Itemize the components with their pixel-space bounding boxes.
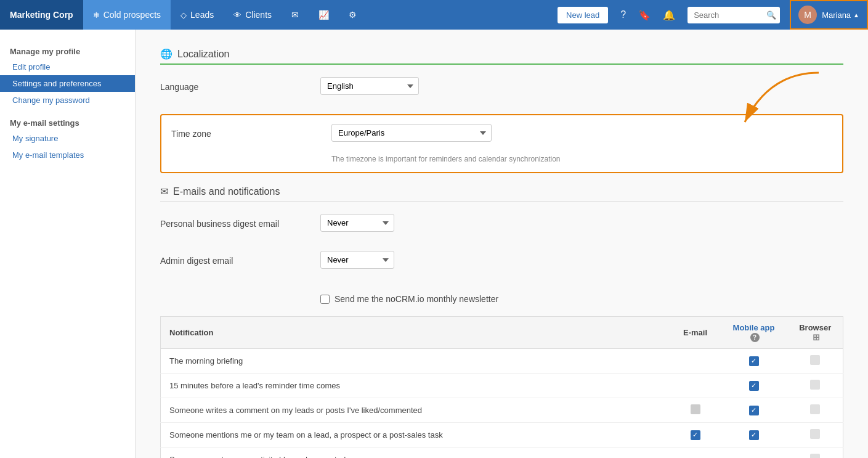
search-icon: 🔍	[766, 10, 776, 20]
notif-email: ✓	[671, 423, 720, 448]
nav-cold-prospects[interactable]: ❄ Cold prospects	[83, 0, 171, 30]
checkbox-checked[interactable]: ✓	[749, 406, 759, 415]
email-notifications-title: E-mails and notifications	[173, 186, 280, 197]
grid-icon: ⊞	[813, 332, 820, 342]
notif-email	[671, 398, 720, 423]
checkbox-checked[interactable]: ✓	[749, 381, 759, 391]
newsletter-checkbox[interactable]	[320, 295, 330, 304]
checkbox-empty[interactable]	[810, 355, 820, 365]
checkbox-empty[interactable]	[810, 454, 820, 458]
notif-email	[671, 448, 720, 459]
nav-cold-prospects-label: Cold prospects	[103, 10, 161, 20]
notif-label: Someone writes a comment on my leads or …	[161, 398, 671, 423]
checkbox-unchecked[interactable]	[691, 404, 700, 414]
newsletter-row: Send me the noCRM.io monthly newsletter	[160, 288, 843, 310]
timezone-row: Time zone Europe/Paris America/New_York …	[171, 124, 832, 149]
cold-prospects-icon: ❄	[93, 10, 100, 20]
clients-icon: 👁	[233, 10, 241, 20]
notif-mobile: ✓	[720, 423, 788, 448]
nav-clients-label: Clients	[245, 10, 272, 20]
notifications-button[interactable]: 🔔	[658, 0, 680, 30]
sidebar-item-email-templates[interactable]: My e-mail templates	[0, 147, 135, 163]
notif-email	[671, 349, 720, 374]
localization-title: Localization	[177, 49, 230, 60]
notif-browser	[788, 374, 843, 398]
language-select[interactable]: English French Spanish German	[320, 77, 419, 95]
timezone-control: Europe/Paris America/New_York America/Lo…	[331, 124, 832, 142]
digest-select[interactable]: Never Daily Weekly	[320, 214, 394, 232]
notif-label: The morning briefing	[161, 349, 671, 374]
digest-row: Personal business digest email Never Dai…	[160, 214, 843, 239]
checkbox-empty[interactable]	[810, 429, 820, 439]
notification-table: Notification E-mail Mobile app ? Browser…	[160, 316, 843, 458]
digest-control: Never Daily Weekly	[320, 214, 843, 232]
admin-digest-row: Admin digest email Never Daily Weekly	[160, 251, 843, 276]
email-notifications-header: ✉ E-mails and notifications	[160, 186, 843, 197]
nav-email[interactable]: ✉	[282, 0, 309, 30]
nav-settings[interactable]: ⚙	[339, 0, 367, 30]
notif-email	[671, 374, 720, 398]
sidebar: Manage my profile Edit profile Settings …	[0, 30, 136, 458]
col-browser: Browser ⊞	[788, 317, 843, 349]
timezone-select[interactable]: Europe/Paris America/New_York America/Lo…	[331, 124, 492, 142]
language-row: Language English French Spanish German	[160, 77, 843, 102]
bookmark-button[interactable]: 🔖	[633, 0, 655, 30]
table-row: 15 minutes before a lead's reminder time…	[161, 374, 843, 398]
checkbox-checked[interactable]: ✓	[691, 430, 700, 440]
notif-browser	[788, 423, 843, 448]
timezone-box: Time zone Europe/Paris America/New_York …	[160, 114, 843, 173]
caret-icon: ▲	[853, 12, 859, 18]
envelope-icon: ✉	[160, 186, 168, 197]
timezone-hint: The timezone is important for reminders …	[171, 152, 832, 163]
col-email: E-mail	[671, 317, 720, 349]
admin-digest-control: Never Daily Weekly	[320, 251, 843, 269]
help-button[interactable]: ?	[615, 0, 631, 30]
admin-digest-select[interactable]: Never Daily Weekly	[320, 251, 394, 269]
notif-browser	[788, 398, 843, 423]
checkbox-checked[interactable]: ✓	[749, 430, 759, 440]
help-icon: ?	[620, 9, 626, 20]
sidebar-item-change-password[interactable]: Change my password	[0, 92, 135, 108]
sidebar-item-edit-profile[interactable]: Edit profile	[0, 59, 135, 75]
new-lead-button[interactable]: New lead	[558, 7, 608, 23]
search-button[interactable]: 🔍	[766, 10, 776, 20]
mobile-app-label: Mobile app	[733, 323, 775, 332]
digest-label: Personal business digest email	[160, 214, 320, 229]
avatar: M	[798, 6, 817, 24]
brand-name: Marketing Corp	[10, 10, 73, 20]
admin-digest-label: Admin digest email	[160, 251, 320, 266]
notif-browser	[788, 448, 843, 459]
notif-browser	[788, 349, 843, 374]
checkbox-checked[interactable]: ✓	[749, 356, 759, 366]
timezone-label: Time zone	[171, 124, 331, 139]
sidebar-item-signature[interactable]: My signature	[0, 130, 135, 147]
email-notifications-divider	[160, 201, 843, 202]
leads-icon: ◇	[180, 10, 187, 20]
user-profile[interactable]: M Mariana ▲	[790, 0, 868, 30]
email-icon: ✉	[291, 10, 299, 20]
nav-stats[interactable]: 📈	[309, 0, 339, 30]
notif-mobile: ✓	[720, 349, 788, 374]
notif-mobile: ✓	[720, 374, 788, 398]
nav-clients[interactable]: 👁 Clients	[224, 0, 282, 30]
user-name: Mariana	[822, 10, 851, 20]
search-wrapper: 🔍	[688, 7, 780, 23]
gear-icon: ⚙	[349, 10, 357, 20]
stats-icon: 📈	[318, 10, 329, 20]
checkbox-empty[interactable]	[810, 380, 820, 390]
info-icon: ?	[750, 333, 760, 342]
language-label: Language	[160, 77, 320, 92]
browser-label: Browser	[799, 323, 831, 332]
table-row: Someone writes a comment on my leads or …	[161, 398, 843, 423]
newsletter-label: Send me the noCRM.io monthly newsletter	[335, 294, 498, 304]
nav-leads[interactable]: ◇ Leads	[171, 0, 224, 30]
language-control: English French Spanish German	[320, 77, 843, 95]
checkbox-empty[interactable]	[810, 404, 820, 414]
localization-section: 🌐 Localization Language English French S…	[160, 48, 843, 173]
table-row: Someone reacts on an activity I logged o…	[161, 448, 843, 459]
bell-icon: 🔔	[663, 9, 675, 21]
sidebar-item-settings[interactable]: Settings and preferences	[0, 75, 135, 92]
top-navigation: Marketing Corp ❄ Cold prospects ◇ Leads …	[0, 0, 868, 30]
notif-label: Someone mentions me or my team on a lead…	[161, 423, 671, 448]
globe-icon: 🌐	[160, 48, 172, 60]
